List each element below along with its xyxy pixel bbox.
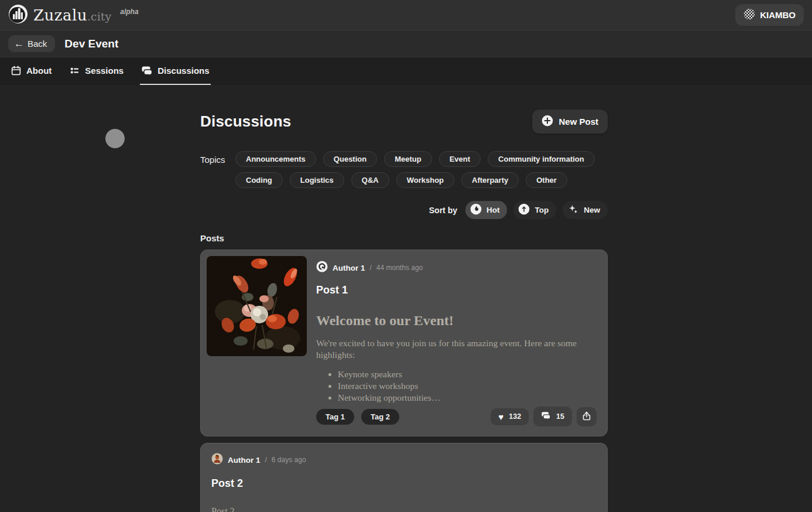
tab-discussions[interactable]: Discussions — [140, 57, 210, 85]
sort-hot-label: Hot — [486, 206, 500, 214]
event-nav-bar: ← Back Dev Event — [0, 30, 812, 57]
sparkles-icon — [567, 203, 579, 217]
post-1-timestamp: 44 months ago — [376, 264, 423, 272]
post-2-author[interactable]: Author 1 — [228, 456, 261, 465]
sessions-list-icon — [69, 65, 80, 76]
user-account-button[interactable]: KIAMBO — [735, 4, 804, 26]
post-2-body: Post 2 — [211, 506, 597, 512]
topic-chip-coding[interactable]: Coding — [235, 172, 283, 188]
post-1-highlights-list: Keynote speakers Interactive workshops N… — [316, 368, 597, 404]
topic-chip-other[interactable]: Other — [526, 172, 567, 188]
calendar-icon — [11, 65, 22, 76]
arrow-up-circle-icon — [518, 203, 530, 217]
new-post-label: New Post — [559, 117, 598, 127]
logo-name: Zuzalu — [33, 6, 87, 24]
app-logo[interactable]: Zuzalu.city alpha — [8, 4, 139, 26]
discussions-panel: Discussions New Post Topics Announcement… — [200, 85, 608, 512]
list-item: Networking opportunities… — [338, 392, 597, 403]
post-2-header: Author 1 / 6 days ago — [211, 453, 597, 467]
post-2-timestamp: 6 days ago — [272, 456, 306, 464]
heart-icon: ♥ — [498, 412, 503, 421]
sort-new-button[interactable]: New — [563, 201, 608, 219]
event-tab-bar: About Sessions Discussions — [0, 57, 812, 85]
sort-controls: Sort by Hot Top — [200, 201, 608, 219]
sort-hot-button[interactable]: Hot — [465, 201, 508, 219]
topics-label: Topics — [200, 151, 226, 188]
plus-circle-icon — [542, 115, 553, 128]
post-1-author[interactable]: Author 1 — [333, 264, 365, 272]
cursor-highlight-dot — [105, 129, 125, 148]
page-title: Discussions — [200, 112, 291, 131]
event-title: Dev Event — [64, 37, 118, 50]
topic-chip-question[interactable]: Question — [323, 151, 377, 167]
topics-filter: Topics Announcements Question Meetup Eve… — [200, 151, 608, 188]
post-card-1[interactable]: Author 1 / 44 months ago Post 1 Welcome … — [200, 250, 608, 436]
sort-top-button[interactable]: Top — [513, 201, 556, 219]
post-card-2[interactable]: Author 1 / 6 days ago Post 2 Post 2 — [200, 443, 608, 512]
meta-separator: / — [370, 264, 372, 272]
list-item: Keynote speakers — [338, 369, 597, 380]
comments-button[interactable]: 15 — [533, 407, 572, 426]
tab-discussions-label: Discussions — [157, 66, 209, 76]
posts-section-label: Posts — [200, 233, 608, 243]
topic-chip-meetup[interactable]: Meetup — [384, 151, 432, 167]
comment-bubbles-icon — [541, 411, 551, 422]
like-button[interactable]: ♥ 132 — [491, 408, 529, 425]
tab-about-label: About — [26, 66, 52, 76]
post-thumbnail-flower-painting — [207, 256, 307, 356]
back-button[interactable]: ← Back — [8, 35, 55, 52]
like-count: 132 — [509, 412, 521, 421]
topic-chip-logistics[interactable]: Logistics — [290, 172, 344, 188]
comment-count: 15 — [556, 412, 564, 421]
sort-new-label: New — [584, 206, 600, 214]
post-1-body-heading: Welcome to our Event! — [316, 313, 597, 329]
share-button[interactable] — [577, 407, 597, 426]
topic-chip-qa[interactable]: Q&A — [351, 172, 389, 188]
page-content: Discussions New Post Topics Announcement… — [0, 85, 812, 512]
new-post-button[interactable]: New Post — [532, 110, 608, 134]
logo-suffix: .city — [87, 10, 111, 23]
topic-chip-announcements[interactable]: Announcements — [235, 151, 316, 167]
sort-top-label: Top — [535, 206, 549, 214]
share-icon — [583, 411, 591, 422]
topic-chip-event[interactable]: Event — [439, 151, 481, 167]
meta-separator: / — [265, 456, 267, 464]
list-item: Interactive workshops — [338, 381, 597, 391]
post-1-title: Post 1 — [316, 284, 597, 296]
alpha-badge: alpha — [120, 8, 138, 16]
post-1-header: Author 1 / 44 months ago — [316, 261, 597, 275]
author-avatar-icon — [316, 261, 328, 275]
topic-chip-community-information[interactable]: Community information — [488, 151, 595, 167]
flame-icon — [470, 203, 482, 217]
tab-sessions-label: Sessions — [85, 66, 124, 76]
post-tag-1[interactable]: Tag 1 — [316, 409, 354, 425]
top-bar: Zuzalu.city alpha KIAMBO — [0, 0, 812, 30]
post-1-body-paragraph: We're excited to have you join us for th… — [316, 337, 591, 361]
tab-sessions[interactable]: Sessions — [68, 57, 125, 85]
discussions-chat-icon — [141, 65, 153, 77]
city-skyline-icon — [8, 4, 28, 26]
author-avatar-photo — [211, 453, 223, 467]
user-name-label: KIAMBO — [760, 10, 796, 20]
post-1-footer: Tag 1 Tag 2 ♥ 132 — [316, 407, 597, 429]
topic-chip-afterparty[interactable]: Afterparty — [461, 172, 519, 188]
checkered-avatar-icon — [744, 8, 755, 22]
back-arrow-icon: ← — [14, 39, 24, 49]
sort-by-label: Sort by — [429, 206, 457, 215]
tab-about[interactable]: About — [9, 57, 53, 85]
post-2-title: Post 2 — [211, 477, 597, 490]
back-label: Back — [28, 39, 47, 49]
topic-chip-workshop[interactable]: Workshop — [396, 172, 454, 188]
post-tag-2[interactable]: Tag 2 — [361, 409, 399, 425]
